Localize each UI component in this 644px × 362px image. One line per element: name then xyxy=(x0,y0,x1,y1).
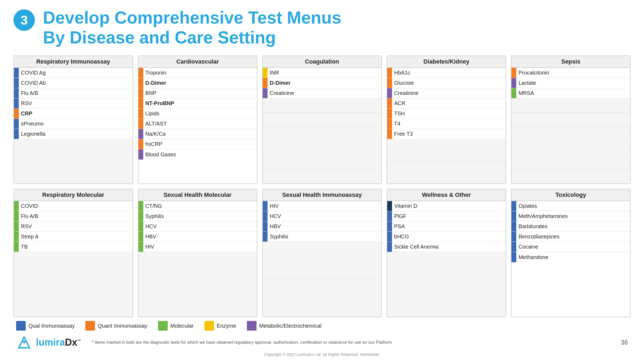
color-bar xyxy=(138,109,143,119)
lumira-logo-icon xyxy=(16,334,32,350)
card-row: RSV xyxy=(14,98,133,109)
card-row-label: HCV xyxy=(143,221,257,231)
card-row xyxy=(14,252,133,317)
card-row-label: TSH xyxy=(392,109,506,119)
card-row: hsCRP xyxy=(138,139,257,149)
card-row-label: HbA1c xyxy=(392,68,506,78)
card-row xyxy=(138,252,257,317)
legend-label: Metabolic/Electrochemical xyxy=(259,323,321,329)
legend-color-box xyxy=(204,321,214,331)
card-row xyxy=(263,155,381,169)
card-row-label: Sickle Cell Anemia xyxy=(392,242,506,252)
card-body-coagulation: INRD-DimerCreatinine xyxy=(263,68,381,183)
card-row: Barbiturates xyxy=(511,221,630,232)
color-bar xyxy=(138,68,143,78)
color-bar xyxy=(14,98,19,108)
color-bar xyxy=(138,232,143,242)
color-bar xyxy=(14,129,19,139)
card-row: Legionella xyxy=(14,129,133,139)
card-row: T4 xyxy=(387,119,506,129)
card-body-cardiovascular: TroponinD-DimerBNPNT-ProBNPLipidsALT/AST… xyxy=(138,68,257,183)
color-bar xyxy=(138,139,143,149)
card-row-label: PSA xyxy=(392,221,506,231)
cards-row-2: Respiratory MolecularCOVIDFlu A/BRSVStre… xyxy=(13,189,631,317)
card-row-label: Syphilis xyxy=(143,211,257,221)
legend-item: Metabolic/Electrochemical xyxy=(247,321,321,331)
card-row-label: HIV xyxy=(268,201,381,211)
card-body-sexual-health-molecular: CT/NGSyphilisHCVHBVHIV xyxy=(138,201,257,317)
card-row-label: NT-ProBNP xyxy=(143,98,257,108)
color-bar xyxy=(263,68,268,78)
color-bar xyxy=(14,221,19,231)
card-row xyxy=(387,252,506,317)
color-bar xyxy=(14,201,19,211)
card-row-label: RSV xyxy=(19,98,133,108)
cards-container: Respiratory ImmunoassayCOVID AgCOVID AbF… xyxy=(13,56,631,317)
card-row xyxy=(511,155,630,169)
card-row: HIV xyxy=(263,201,381,211)
card-row-label: BNP xyxy=(143,88,257,98)
legend-item: Quant Immunoassay xyxy=(85,321,147,331)
card-row: HCV xyxy=(138,221,257,232)
card-row-label: COVID xyxy=(19,201,133,211)
color-bar xyxy=(138,119,143,129)
card-sepsis: SepsisProcalcitoninLactateMRSA xyxy=(511,56,631,184)
color-bar xyxy=(14,88,19,98)
color-bar xyxy=(511,68,516,78)
color-bar xyxy=(511,221,516,231)
page-title: Develop Comprehensive Test Menus By Dise… xyxy=(43,8,341,47)
card-body-toxicology: OpiatesMeth/AmphetaminesBarbituratesBenz… xyxy=(511,201,630,317)
card-row: TSH xyxy=(387,109,506,119)
cards-row-1: Respiratory ImmunoassayCOVID AgCOVID AbF… xyxy=(13,56,631,184)
color-bar xyxy=(138,149,143,160)
card-row: Opiates xyxy=(511,201,630,211)
color-bar xyxy=(511,211,516,221)
card-row-label: COVID Ag xyxy=(19,68,133,78)
legend-item: Qual Immunoassay xyxy=(16,321,75,331)
card-row: COVID Ab xyxy=(14,78,133,88)
legend-color-box xyxy=(158,321,168,331)
card-wellness-other: Wellness & OtherVitamin DPlGFPSAbHCGSick… xyxy=(387,189,506,317)
step-circle: 3 xyxy=(13,9,35,31)
card-row: TB xyxy=(14,242,133,252)
card-row xyxy=(387,161,506,183)
card-body-respiratory-molecular: COVIDFlu A/BRSVStrep ATB xyxy=(14,201,133,317)
card-header-wellness-other: Wellness & Other xyxy=(387,189,506,201)
card-header-diabetes-kidney: Diabetes/Kidney xyxy=(387,56,506,68)
color-bar xyxy=(387,221,392,231)
card-row xyxy=(263,127,381,141)
card-header-sexual-health-immunoassay: Sexual Health Immunoassay xyxy=(263,189,381,201)
color-bar xyxy=(14,119,19,129)
color-bar xyxy=(138,242,143,252)
card-header-respiratory-immunoassay: Respiratory Immunoassay xyxy=(14,56,133,68)
card-row: D-Dimer xyxy=(263,78,381,88)
card-row: HCV xyxy=(263,211,381,221)
color-bar xyxy=(387,98,392,108)
card-row: Lactate xyxy=(511,78,630,88)
color-bar xyxy=(387,201,392,211)
card-row-label: HBV xyxy=(143,232,257,242)
card-row: D-Dimer xyxy=(138,78,257,88)
legend-item: Enzyme xyxy=(204,321,236,331)
card-toxicology: ToxicologyOpiatesMeth/AmphetaminesBarbit… xyxy=(511,189,631,317)
card-row-label: Creatinine xyxy=(268,88,381,98)
card-row: PlGF xyxy=(387,211,506,221)
card-row-label: Blood Gases xyxy=(143,149,257,160)
card-row-label: Free T3 xyxy=(392,129,506,139)
card-header-toxicology: Toxicology xyxy=(511,189,630,201)
color-bar xyxy=(138,201,143,211)
card-respiratory-immunoassay: Respiratory ImmunoassayCOVID AgCOVID AbF… xyxy=(13,56,133,184)
legend-label: Enzyme xyxy=(217,323,236,329)
logo: lumiraDx™ xyxy=(16,334,81,350)
card-row: CRP xyxy=(14,109,133,119)
card-row: BNP xyxy=(138,88,257,98)
card-row xyxy=(263,141,381,155)
card-row-label: CT/NG xyxy=(143,201,257,211)
card-sexual-health-molecular: Sexual Health MolecularCT/NGSyphilisHCVH… xyxy=(138,189,258,317)
card-row-label: bHCG xyxy=(392,232,506,242)
header: 3 Develop Comprehensive Test Menus By Di… xyxy=(13,8,631,47)
color-bar xyxy=(387,211,392,221)
card-row: sPneumo xyxy=(14,119,133,129)
color-bar xyxy=(14,232,19,242)
card-row xyxy=(511,169,630,183)
